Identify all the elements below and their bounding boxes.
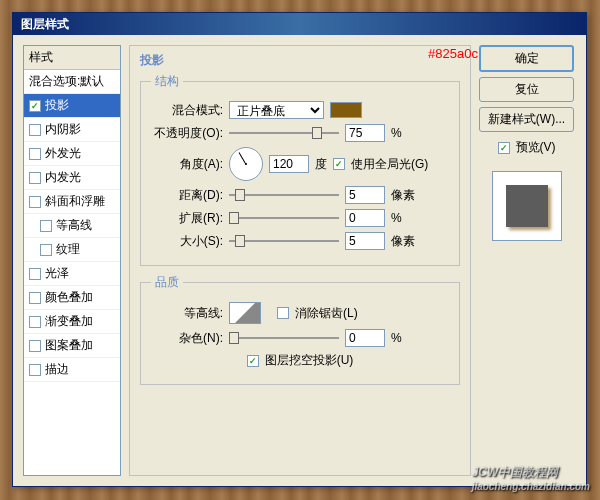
spread-input[interactable]	[345, 209, 385, 227]
style-item-2[interactable]: 内阴影	[24, 118, 120, 142]
style-item-label: 光泽	[45, 265, 69, 282]
global-light-label: 使用全局光(G)	[351, 156, 428, 173]
style-checkbox[interactable]	[29, 316, 41, 328]
style-item-6[interactable]: 等高线	[24, 214, 120, 238]
size-input[interactable]	[345, 232, 385, 250]
titlebar[interactable]: 图层样式	[13, 13, 586, 35]
opacity-label: 不透明度(O):	[151, 125, 223, 142]
preview-checkbox[interactable]	[498, 142, 510, 154]
style-item-label: 内阴影	[45, 121, 81, 138]
panel-title: 投影	[140, 52, 460, 69]
noise-slider[interactable]	[229, 330, 339, 346]
knockout-checkbox[interactable]	[247, 355, 259, 367]
style-checkbox[interactable]	[29, 340, 41, 352]
style-item-5[interactable]: 斜面和浮雕	[24, 190, 120, 214]
angle-dial[interactable]	[229, 147, 263, 181]
style-checkbox[interactable]	[29, 100, 41, 112]
style-item-label: 投影	[45, 97, 69, 114]
style-item-label: 渐变叠加	[45, 313, 93, 330]
blend-mode-select[interactable]: 正片叠底	[229, 101, 324, 119]
opacity-slider[interactable]	[229, 125, 339, 141]
style-item-label: 混合选项:默认	[29, 73, 104, 90]
new-style-button[interactable]: 新建样式(W)...	[479, 107, 574, 132]
style-item-1[interactable]: 投影	[24, 94, 120, 118]
style-list-header: 样式	[24, 46, 120, 70]
style-item-label: 图案叠加	[45, 337, 93, 354]
right-panel: 确定 复位 新建样式(W)... 预览(V)	[479, 45, 574, 476]
style-item-label: 斜面和浮雕	[45, 193, 105, 210]
ok-button[interactable]: 确定	[479, 45, 574, 72]
percent-unit: %	[391, 126, 402, 140]
angle-label: 角度(A):	[151, 156, 223, 173]
preview-box	[492, 171, 562, 241]
knockout-label: 图层挖空投影(U)	[265, 352, 354, 369]
watermark: JCW中国教程网 jiaocheng.chazidian.com	[472, 462, 590, 492]
style-item-0[interactable]: 混合选项:默认	[24, 70, 120, 94]
style-checkbox[interactable]	[40, 220, 52, 232]
layer-style-dialog: 图层样式 样式 混合选项:默认投影内阴影外发光内发光斜面和浮雕等高线纹理光泽颜色…	[12, 12, 587, 487]
blend-mode-label: 混合模式:	[151, 102, 223, 119]
noise-input[interactable]	[345, 329, 385, 347]
color-annotation: #825a0c	[428, 46, 478, 61]
style-item-label: 纹理	[56, 241, 80, 258]
preview-label: 预览(V)	[516, 139, 556, 156]
global-light-checkbox[interactable]	[333, 158, 345, 170]
style-item-label: 颜色叠加	[45, 289, 93, 306]
antialias-checkbox[interactable]	[277, 307, 289, 319]
style-item-12[interactable]: 描边	[24, 358, 120, 382]
style-checkbox[interactable]	[29, 292, 41, 304]
style-checkbox[interactable]	[40, 244, 52, 256]
style-item-label: 描边	[45, 361, 69, 378]
style-checkbox[interactable]	[29, 124, 41, 136]
structure-legend: 结构	[151, 73, 183, 90]
style-item-9[interactable]: 颜色叠加	[24, 286, 120, 310]
spread-slider[interactable]	[229, 210, 339, 226]
style-checkbox[interactable]	[29, 196, 41, 208]
style-checkbox[interactable]	[29, 364, 41, 376]
style-item-4[interactable]: 内发光	[24, 166, 120, 190]
quality-fieldset: 品质 等高线: 消除锯齿(L) 杂色(N): % 图层挖空投影(U)	[140, 274, 460, 385]
style-item-8[interactable]: 光泽	[24, 262, 120, 286]
style-item-11[interactable]: 图案叠加	[24, 334, 120, 358]
opacity-input[interactable]	[345, 124, 385, 142]
style-item-label: 内发光	[45, 169, 81, 186]
style-item-3[interactable]: 外发光	[24, 142, 120, 166]
dialog-title: 图层样式	[21, 16, 69, 33]
spread-label: 扩展(R):	[151, 210, 223, 227]
size-label: 大小(S):	[151, 233, 223, 250]
size-slider[interactable]	[229, 233, 339, 249]
quality-legend: 品质	[151, 274, 183, 291]
antialias-label: 消除锯齿(L)	[295, 305, 358, 322]
style-item-label: 外发光	[45, 145, 81, 162]
pixel-unit: 像素	[391, 187, 415, 204]
style-item-label: 等高线	[56, 217, 92, 234]
style-list: 样式 混合选项:默认投影内阴影外发光内发光斜面和浮雕等高线纹理光泽颜色叠加渐变叠…	[23, 45, 121, 476]
cancel-button[interactable]: 复位	[479, 77, 574, 102]
preview-swatch	[506, 185, 548, 227]
style-checkbox[interactable]	[29, 172, 41, 184]
style-item-7[interactable]: 纹理	[24, 238, 120, 262]
distance-slider[interactable]	[229, 187, 339, 203]
distance-label: 距离(D):	[151, 187, 223, 204]
angle-input[interactable]	[269, 155, 309, 173]
contour-label: 等高线:	[151, 305, 223, 322]
style-item-10[interactable]: 渐变叠加	[24, 310, 120, 334]
angle-unit: 度	[315, 156, 327, 173]
style-checkbox[interactable]	[29, 148, 41, 160]
main-panel: 投影 结构 混合模式: 正片叠底 不透明度(O): % 角	[129, 45, 471, 476]
structure-fieldset: 结构 混合模式: 正片叠底 不透明度(O): % 角度(A):	[140, 73, 460, 266]
color-swatch[interactable]	[330, 102, 362, 118]
distance-input[interactable]	[345, 186, 385, 204]
contour-picker[interactable]	[229, 302, 261, 324]
style-checkbox[interactable]	[29, 268, 41, 280]
noise-label: 杂色(N):	[151, 330, 223, 347]
